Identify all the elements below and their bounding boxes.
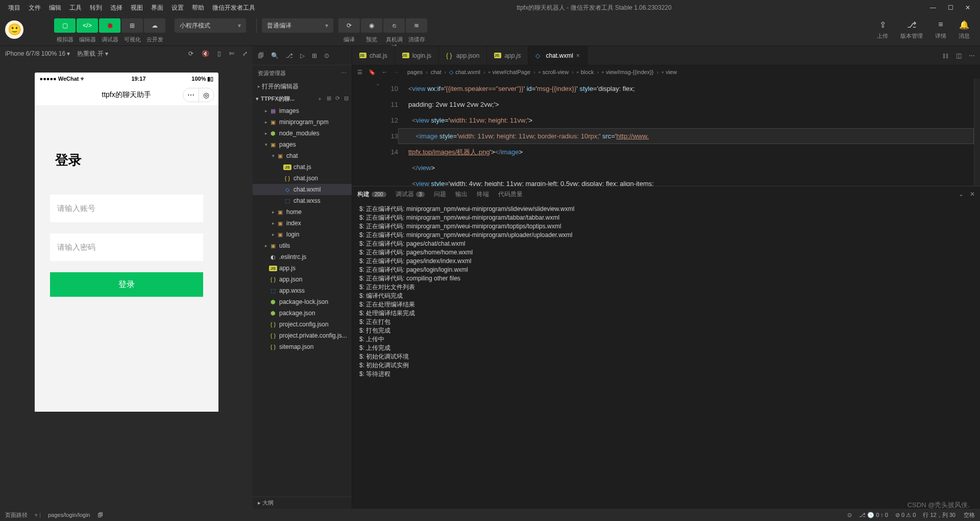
term-close-icon[interactable]: ✕	[970, 191, 975, 198]
menu-文件[interactable]: 文件	[24, 2, 45, 14]
tree-chat.wxml[interactable]: ◇chat.wxml	[253, 184, 352, 195]
compile-button[interactable]: ⟳	[338, 18, 360, 33]
debugger-button[interactable]: 🐞	[99, 18, 120, 33]
crumb-3[interactable]: ▫view#chatPage	[488, 69, 531, 75]
open-editors-section[interactable]: ▸打开的编辑器	[253, 81, 352, 92]
scope-icon[interactable]: ⊙	[847, 512, 852, 518]
git-icon[interactable]: ⎇	[286, 52, 293, 59]
version-button[interactable]: ⎇	[907, 18, 916, 31]
split-icon[interactable]: ◫	[956, 52, 962, 59]
tab-chat.js[interactable]: JSchat.js	[352, 46, 395, 65]
tree-project.config.json[interactable]: { }project.config.json	[253, 319, 352, 330]
tree-project.private.config.js...[interactable]: { }project.private.config.js...	[253, 330, 352, 341]
back-icon[interactable]: ←	[382, 69, 387, 76]
tree-utils[interactable]: ▸▣utils	[253, 240, 352, 251]
tree-chat.json[interactable]: { }chat.json	[253, 173, 352, 184]
compare-icon[interactable]: ⫿⫿	[943, 52, 949, 59]
menu-编辑[interactable]: 编辑	[45, 2, 65, 14]
menu-工具[interactable]: 工具	[65, 2, 86, 14]
target-pill-icon[interactable]: ◎	[199, 88, 214, 102]
new-folder-icon[interactable]: ⊞	[327, 95, 331, 103]
menu-微信开发者工具[interactable]: 微信开发者工具	[208, 2, 259, 14]
username-field[interactable]: 请输入账号	[50, 195, 203, 222]
run-icon[interactable]: ▷	[300, 52, 305, 59]
refresh-icon[interactable]: ⟳	[188, 50, 193, 57]
crumb-5[interactable]: ▫block	[577, 69, 594, 75]
login-button[interactable]: 登录	[50, 272, 203, 297]
error-status[interactable]: ⊘ 0 ⚠ 0	[895, 512, 916, 518]
new-file-icon[interactable]: ＋	[317, 95, 323, 103]
list-icon[interactable]: ☰	[357, 69, 362, 76]
close-button[interactable]: ✕	[964, 4, 972, 11]
git-status[interactable]: ⎇ 🕓 0 ↑ 0	[859, 512, 888, 518]
menu-转到[interactable]: 转到	[86, 2, 106, 14]
tree-node_modules[interactable]: ▸⬢node_modules	[253, 128, 352, 139]
crumb-4[interactable]: ▫scroll-view	[538, 69, 569, 75]
tree-chat.wxss[interactable]: ⬚chat.wxss	[253, 195, 352, 206]
cut-icon[interactable]: ✄	[229, 50, 234, 57]
search-icon[interactable]: 🔍	[271, 52, 279, 59]
hotreload-toggle[interactable]: 热重载 开 ▾	[77, 50, 108, 58]
tab-app.json[interactable]: { }app.json	[439, 46, 487, 65]
compile-combo[interactable]: 普通编译▾	[262, 18, 333, 33]
visual-button[interactable]: ⊞	[121, 18, 143, 33]
tree-home[interactable]: ▸▣home	[253, 206, 352, 218]
terminal-output[interactable]: $: 正在编译代码: miniprogram_npm/weui-miniprog…	[352, 202, 980, 509]
code-editor[interactable]: <view wx:if='{{item.speaker=="server"}}'…	[403, 79, 974, 186]
upload-button[interactable]: ⇪	[879, 18, 886, 31]
tree-miniprogram_npm[interactable]: ▸▣miniprogram_npm	[253, 116, 352, 128]
tree-app.wxss[interactable]: ⬚app.wxss	[253, 285, 352, 296]
menu-界面[interactable]: 界面	[147, 2, 167, 14]
mute-icon[interactable]: 🔇	[202, 50, 209, 57]
crumb-1[interactable]: chat	[431, 69, 442, 75]
cloud-button[interactable]: ☁	[144, 18, 165, 33]
term-tab-代码质量[interactable]: 代码质量	[498, 190, 523, 199]
popup-icon[interactable]: ⤢	[242, 50, 248, 57]
tree-pages[interactable]: ▾▣pages	[253, 139, 352, 150]
device-icon[interactable]: ▯	[217, 50, 221, 57]
avatar[interactable]: 🙂	[5, 20, 23, 39]
device-selector[interactable]: iPhone 6/7/8 100% 16 ▾	[5, 50, 70, 57]
indent-mode[interactable]: 空格	[964, 511, 975, 519]
crumb-6[interactable]: ▫view#msg-{{index}}	[602, 69, 653, 75]
minimize-button[interactable]: —	[929, 4, 937, 11]
term-tab-问题[interactable]: 问题	[434, 190, 446, 199]
mode-combo[interactable]: 小程序模式▾	[175, 18, 246, 33]
tree-app.js[interactable]: JSapp.js	[253, 263, 352, 274]
menu-pill-icon[interactable]: ⋯	[183, 88, 199, 102]
password-field[interactable]: 请输入密码	[50, 233, 203, 261]
preview-button[interactable]: ◉	[361, 18, 382, 33]
explorer-icon[interactable]: 🗐	[258, 52, 264, 59]
cursor-position[interactable]: 行 12，列 30	[923, 511, 955, 519]
clear-cache-button[interactable]: ≋	[406, 18, 427, 33]
details-button[interactable]: ≡	[938, 18, 943, 31]
root-folder[interactable]: ▾TTPFX的聊... ＋ ⊞ ⟳ ⊟	[253, 92, 352, 105]
menu-设置[interactable]: 设置	[167, 2, 188, 14]
simulator-button[interactable]: ▢	[54, 18, 76, 33]
tree-app.json[interactable]: { }app.json	[253, 274, 352, 285]
fold-icon[interactable]: ⌄	[376, 81, 380, 86]
tree-index[interactable]: ▸▣index	[253, 218, 352, 229]
plugin-icon[interactable]: ⊞	[312, 52, 317, 59]
term-tab-输出[interactable]: 输出	[455, 190, 468, 199]
editor-button[interactable]: </>	[77, 18, 98, 33]
tab-app.js[interactable]: JSapp.js	[487, 46, 528, 65]
collapse-icon[interactable]: ⊟	[344, 95, 349, 103]
term-tab-构建[interactable]: 构建200	[357, 190, 386, 199]
tree-login[interactable]: ▸▣login	[253, 229, 352, 240]
tab-close-icon[interactable]: ×	[576, 52, 580, 59]
messages-button[interactable]: 🔔	[959, 18, 969, 31]
page-path-label[interactable]: 页面路径	[5, 511, 28, 519]
tree-package-lock.json[interactable]: ⬢package-lock.json	[253, 296, 352, 307]
term-collapse-icon[interactable]: ⌄	[959, 191, 964, 198]
explorer-more-icon[interactable]: ⋯	[341, 70, 347, 77]
more-icon[interactable]: ⋯	[969, 52, 975, 59]
tree-package.json[interactable]: ⬢package.json	[253, 307, 352, 319]
maximize-button[interactable]: ☐	[946, 4, 954, 11]
wx-icon[interactable]: ⊙	[324, 52, 329, 59]
menu-选择[interactable]: 选择	[106, 2, 127, 14]
tree-chat.js[interactable]: JSchat.js	[253, 161, 352, 173]
outline-section[interactable]: ▸ 大纲	[253, 496, 352, 509]
crumb-2[interactable]: ◇chat.wxml	[449, 69, 480, 76]
bookmark-icon[interactable]: 🔖	[369, 69, 376, 76]
